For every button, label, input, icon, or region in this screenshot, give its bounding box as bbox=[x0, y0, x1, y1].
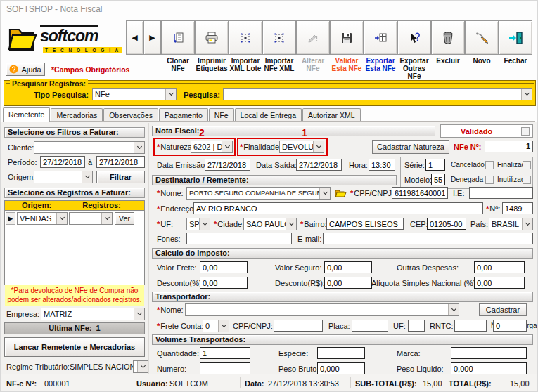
nome-value: PORTO SEGURO COMPANHIA DE SEGUROS GERAIS bbox=[189, 189, 331, 197]
marca-input[interactable] bbox=[451, 347, 527, 359]
cpf-input[interactable] bbox=[392, 187, 448, 199]
placa-input[interactable] bbox=[352, 320, 388, 332]
tab-remetente[interactable]: Remetente bbox=[3, 107, 50, 122]
tipo-pesquisa-select[interactable]: NFe bbox=[92, 88, 177, 100]
serie-input[interactable] bbox=[425, 159, 445, 171]
especie-input[interactable] bbox=[317, 347, 365, 359]
pesquisa-input[interactable] bbox=[223, 88, 532, 100]
chevron-down-icon[interactable] bbox=[522, 218, 532, 230]
chevron-down-icon[interactable] bbox=[448, 304, 459, 315]
nfe-no-input[interactable]: 1 bbox=[485, 141, 533, 152]
inutilizada-checkbox[interactable] bbox=[523, 176, 531, 184]
chevron-down-icon[interactable] bbox=[218, 320, 229, 332]
clonar-nfe-button[interactable]: ClonarNFe bbox=[161, 20, 195, 80]
ver-button[interactable]: Ver bbox=[115, 212, 134, 225]
registro-origem-select[interactable]: VENDAS bbox=[17, 212, 68, 225]
tab-local-entrega[interactable]: Local de Entrega bbox=[235, 108, 302, 121]
pais-label: País: bbox=[470, 218, 488, 230]
empresa-select[interactable]: MATRIZ bbox=[41, 308, 145, 320]
finalizada-checkbox[interactable] bbox=[523, 161, 531, 169]
validar-esta-nfe-button[interactable]: ValidarEsta NFe bbox=[330, 20, 364, 80]
peso-bruto-input[interactable] bbox=[317, 362, 365, 374]
uf-select[interactable]: SP bbox=[186, 218, 210, 230]
importar-xml-lote-button[interactable]: ImportarXML Lote bbox=[229, 20, 262, 80]
clone-icon bbox=[171, 31, 185, 45]
desconto-rs-input[interactable] bbox=[324, 277, 372, 289]
cep-input[interactable] bbox=[427, 218, 466, 230]
exportar-esta-nfe-button[interactable]: ExportarEsta NFe bbox=[364, 20, 397, 80]
numero-carga-input[interactable] bbox=[493, 320, 527, 332]
tab-observacoes[interactable]: Observações bbox=[103, 108, 158, 121]
lancar-button[interactable]: Lancar Remetente e Mercadorias bbox=[4, 337, 145, 357]
chevron-down-icon[interactable] bbox=[286, 218, 296, 230]
frete-conta-select[interactable]: 0 - bbox=[203, 320, 229, 332]
transp-cpf-input[interactable] bbox=[274, 320, 323, 332]
regime-select[interactable] bbox=[133, 360, 148, 373]
tab-nfe[interactable]: NFe bbox=[209, 108, 234, 121]
chevron-down-icon[interactable] bbox=[82, 171, 92, 183]
rntc-input[interactable] bbox=[454, 320, 487, 332]
peso-liquido-input[interactable] bbox=[451, 362, 527, 374]
cadastrar-transportador-button[interactable]: Cadastrar bbox=[479, 303, 527, 316]
status-usuario-label: Usuário: bbox=[136, 378, 168, 389]
transp-nome-select[interactable] bbox=[185, 303, 459, 316]
aliquota-input[interactable] bbox=[474, 277, 525, 289]
toolbar-label: Excluir bbox=[431, 57, 465, 65]
denegada-checkbox[interactable] bbox=[485, 176, 494, 184]
fechar-button[interactable]: Fechar bbox=[499, 20, 532, 80]
hora-input[interactable] bbox=[369, 159, 395, 171]
nome-select[interactable]: PORTO SEGURO COMPANHIA DE SEGUROS GERAIS bbox=[186, 187, 331, 200]
importar-nfe-xml-button[interactable]: ImportarNFe XML bbox=[262, 20, 296, 80]
outras-despesas-input[interactable] bbox=[474, 261, 525, 273]
chevron-down-icon[interactable] bbox=[319, 188, 330, 199]
chevron-down-icon[interactable] bbox=[134, 142, 144, 153]
cancelado-checkbox[interactable] bbox=[485, 161, 494, 169]
pais-select[interactable]: BRASIL bbox=[489, 218, 533, 230]
novo-button[interactable]: Novo bbox=[465, 20, 499, 80]
quantidade-input[interactable] bbox=[200, 347, 250, 359]
registro-select[interactable] bbox=[69, 212, 113, 225]
periodo-to-input[interactable] bbox=[96, 156, 145, 168]
data-emissao-input[interactable] bbox=[205, 159, 250, 171]
tab-pagamento[interactable]: Pagamento bbox=[159, 108, 208, 121]
ajuda-button[interactable]: Ajuda bbox=[6, 63, 45, 76]
tab-mercadorias[interactable]: Mercadorias bbox=[51, 108, 103, 121]
chevron-down-icon[interactable] bbox=[134, 308, 144, 320]
email-input[interactable] bbox=[323, 233, 533, 244]
regime-label: Regime Tributário: bbox=[6, 361, 70, 372]
tab-autorizar-xml[interactable]: Autorizar XML bbox=[302, 108, 361, 121]
transp-uf-input[interactable] bbox=[408, 320, 425, 332]
chevron-down-icon[interactable] bbox=[521, 89, 532, 100]
brand-tagline: T E C N O L O G I A bbox=[43, 47, 122, 53]
nav-next-button[interactable]: ▶ bbox=[143, 20, 161, 80]
chevron-down-icon[interactable] bbox=[165, 89, 176, 100]
imprimir-etiquetas-button[interactable]: ImprimirEtiquetas bbox=[195, 20, 229, 80]
valor-frete-input[interactable] bbox=[200, 261, 248, 273]
chevron-down-icon[interactable] bbox=[56, 213, 67, 224]
bairro-input[interactable] bbox=[326, 218, 404, 230]
origem-select[interactable] bbox=[34, 171, 93, 183]
numero-input[interactable] bbox=[502, 202, 533, 214]
periodo-from-input[interactable] bbox=[40, 156, 85, 168]
frete-conta-label-text: Frete Conta: bbox=[160, 322, 203, 330]
fones-input[interactable] bbox=[186, 233, 292, 244]
endereco-input[interactable] bbox=[193, 202, 483, 214]
ie-input[interactable] bbox=[469, 187, 533, 199]
validado-checkbox[interactable] bbox=[521, 127, 530, 136]
chevron-down-icon[interactable] bbox=[101, 213, 112, 224]
cidade-select[interactable]: SAO PAULO bbox=[243, 218, 297, 230]
data-saida-input[interactable] bbox=[296, 159, 342, 171]
filtrar-button[interactable]: Filtrar bbox=[96, 171, 145, 183]
cadastrar-natureza-button[interactable]: Cadastrar Natureza bbox=[372, 140, 449, 154]
valor-seguro-input[interactable] bbox=[324, 261, 372, 273]
cliente-select[interactable] bbox=[34, 141, 145, 154]
excluir-button[interactable]: Excluir bbox=[431, 20, 465, 80]
modelo-input[interactable] bbox=[431, 174, 445, 185]
chevron-down-icon[interactable] bbox=[137, 361, 148, 372]
open-client-button[interactable] bbox=[333, 186, 347, 200]
vol-numero-input[interactable] bbox=[200, 362, 250, 374]
chevron-down-icon[interactable] bbox=[199, 218, 210, 230]
desconto-pct-input[interactable] bbox=[200, 277, 248, 289]
ultima-nfe-label: Ultima NFe: bbox=[49, 324, 91, 332]
exportar-outras-nfe-button[interactable]: ExportarOutras NFe bbox=[397, 20, 431, 80]
